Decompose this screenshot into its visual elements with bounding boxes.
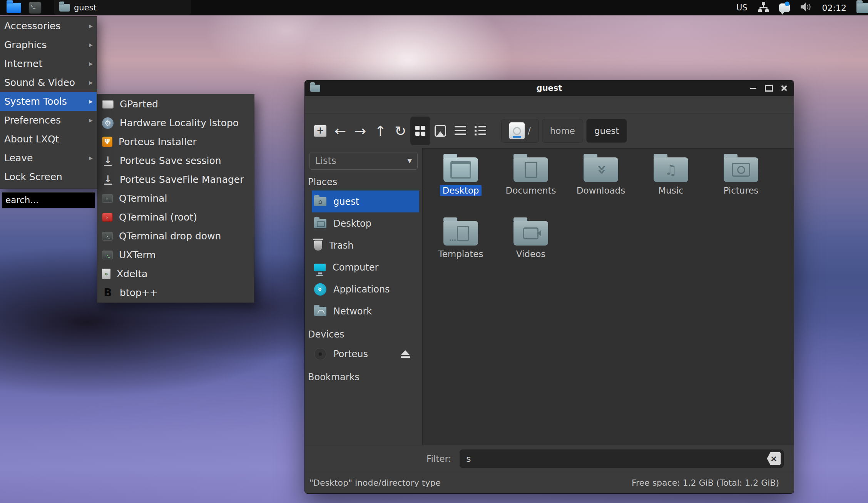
app-menu-item[interactable]: Internet ▶ bbox=[0, 54, 97, 73]
music-icon bbox=[654, 157, 688, 182]
app-menu-item[interactable]: Lock Screen ▶ bbox=[0, 167, 97, 186]
download-icon bbox=[102, 174, 114, 185]
compact-view-button[interactable] bbox=[450, 117, 470, 145]
clock[interactable]: 02:12 bbox=[822, 3, 846, 13]
tray-folder-icon[interactable] bbox=[856, 3, 868, 13]
menubar bbox=[305, 96, 794, 114]
app-menu-item[interactable]: System Tools ▶ bbox=[0, 92, 97, 111]
icon-view-button[interactable] bbox=[410, 117, 430, 145]
folder-icon bbox=[724, 157, 758, 182]
submenu-item[interactable]: QTerminal drop down bbox=[97, 227, 254, 246]
path-segment-home[interactable]: home bbox=[542, 119, 583, 143]
minimize-button[interactable] bbox=[748, 83, 758, 93]
folder-icon bbox=[443, 157, 478, 182]
app-menu-item[interactable]: Accessories ▶ bbox=[0, 17, 97, 35]
btop-icon bbox=[102, 287, 114, 299]
taskbar-window-label: guest bbox=[74, 3, 97, 12]
network-tray-icon[interactable] bbox=[758, 2, 769, 13]
window-title: guest bbox=[305, 84, 794, 93]
submenu-item[interactable]: Porteus Installer bbox=[97, 132, 254, 151]
sidebar-row[interactable]: Desktop bbox=[305, 212, 419, 234]
video-icon bbox=[513, 221, 548, 246]
sidebar-row[interactable]: Applications bbox=[305, 278, 419, 300]
taskbar-window-button[interactable]: guest bbox=[54, 0, 191, 15]
filter-input[interactable] bbox=[460, 450, 784, 468]
detailed-view-button[interactable] bbox=[470, 117, 490, 145]
folder-icon bbox=[443, 221, 478, 246]
sidebar-row[interactable]: Trash bbox=[305, 234, 419, 256]
app-menu-button[interactable] bbox=[5, 1, 23, 15]
submenu-item[interactable]: Porteus Save session bbox=[97, 151, 254, 170]
file-item[interactable]: Desktop bbox=[426, 154, 496, 196]
applications-icon bbox=[314, 283, 326, 296]
folder-icon bbox=[584, 157, 618, 182]
submenu-item[interactable]: QTerminal bbox=[97, 189, 254, 208]
submenu-arrow-icon: ▶ bbox=[89, 42, 93, 48]
usb-icon bbox=[102, 137, 112, 147]
path-segment-guest[interactable]: guest bbox=[586, 119, 627, 143]
file-item[interactable]: Downloads bbox=[566, 154, 636, 196]
submenu-arrow-icon: ▶ bbox=[89, 117, 93, 123]
sidebar-row[interactable]: Devices bbox=[305, 326, 422, 343]
eject-icon[interactable] bbox=[401, 350, 410, 358]
chevron-down-icon: ▼ bbox=[407, 157, 412, 164]
terminal-icon bbox=[102, 194, 113, 203]
terminal-icon bbox=[102, 232, 113, 241]
submenu-arrow-icon: ▶ bbox=[89, 80, 93, 85]
app-menu-item[interactable]: About LXQt ▶ bbox=[0, 130, 97, 149]
xdelta-icon bbox=[102, 269, 110, 279]
camera-icon bbox=[724, 157, 758, 182]
new-tab-button[interactable] bbox=[310, 117, 330, 145]
computer-icon bbox=[314, 264, 326, 271]
app-menu-item[interactable]: Preferences ▶ bbox=[0, 111, 97, 130]
file-item[interactable]: Documents bbox=[496, 154, 566, 196]
submenu-item[interactable]: btop++ bbox=[97, 283, 254, 302]
disc-icon bbox=[314, 348, 326, 360]
sidebar-mode-label: Lists bbox=[315, 155, 407, 166]
keyboard-layout-indicator[interactable]: US bbox=[736, 3, 748, 12]
drive-icon bbox=[509, 122, 525, 139]
path-root-button[interactable]: / bbox=[501, 119, 539, 143]
titlebar[interactable]: guest bbox=[305, 80, 794, 96]
folder-icon bbox=[314, 219, 326, 228]
close-button[interactable] bbox=[779, 83, 789, 93]
maximize-button[interactable] bbox=[764, 83, 774, 93]
document-icon bbox=[513, 157, 548, 182]
volume-icon[interactable] bbox=[800, 2, 812, 14]
app-menu-item[interactable]: Sound & Video ▶ bbox=[0, 73, 97, 92]
app-menu-item[interactable]: Graphics ▶ bbox=[0, 35, 97, 54]
file-item[interactable]: Videos bbox=[496, 217, 566, 259]
file-item[interactable]: Pictures bbox=[706, 154, 776, 196]
app-menu-item[interactable]: Leave ▶ bbox=[0, 149, 97, 167]
submenu-item[interactable]: Xdelta bbox=[97, 264, 254, 283]
sidebar-row[interactable]: Porteus bbox=[305, 343, 419, 365]
terminal-quicklaunch-button[interactable] bbox=[28, 2, 42, 14]
submenu-item[interactable]: GParted bbox=[97, 95, 254, 114]
submenu-item[interactable]: Hardware Locality lstopo bbox=[97, 114, 254, 132]
filter-bar: Filter: × bbox=[305, 445, 794, 472]
file-manager-window: guest ← → ↑ ↻ / h bbox=[304, 80, 794, 494]
terminal-green-icon bbox=[102, 251, 113, 259]
sidebar-row[interactable]: Network bbox=[305, 300, 419, 322]
submenu-item[interactable]: QTerminal (root) bbox=[97, 208, 254, 227]
file-list-area[interactable]: Desktop Documents Downloads bbox=[422, 148, 794, 445]
file-item[interactable]: Music bbox=[636, 154, 706, 196]
submenu-item[interactable]: UXTerm bbox=[97, 246, 254, 264]
thumbnail-view-icon bbox=[435, 125, 446, 137]
sidebar-row[interactable]: Computer bbox=[305, 256, 419, 278]
submenu-item[interactable]: Porteus SaveFile Manager bbox=[97, 170, 254, 189]
sidebar-mode-combo[interactable]: Lists ▼ bbox=[309, 152, 418, 170]
menu-search-input[interactable] bbox=[2, 192, 95, 208]
network-icon bbox=[314, 307, 326, 316]
back-button[interactable]: ← bbox=[330, 117, 350, 145]
sidebar-row[interactable]: Bookmarks bbox=[305, 369, 422, 386]
up-button[interactable]: ↑ bbox=[370, 117, 390, 145]
sidebar-row[interactable]: guest bbox=[312, 191, 419, 212]
file-item[interactable]: Templates bbox=[426, 217, 496, 259]
sidebar-row[interactable]: Places bbox=[305, 174, 422, 191]
forward-button[interactable]: → bbox=[350, 117, 370, 145]
submenu-arrow-icon: ▶ bbox=[89, 155, 93, 161]
refresh-button[interactable]: ↻ bbox=[390, 117, 410, 145]
notifications-icon[interactable] bbox=[779, 3, 790, 12]
thumbnail-view-button[interactable] bbox=[430, 117, 450, 145]
